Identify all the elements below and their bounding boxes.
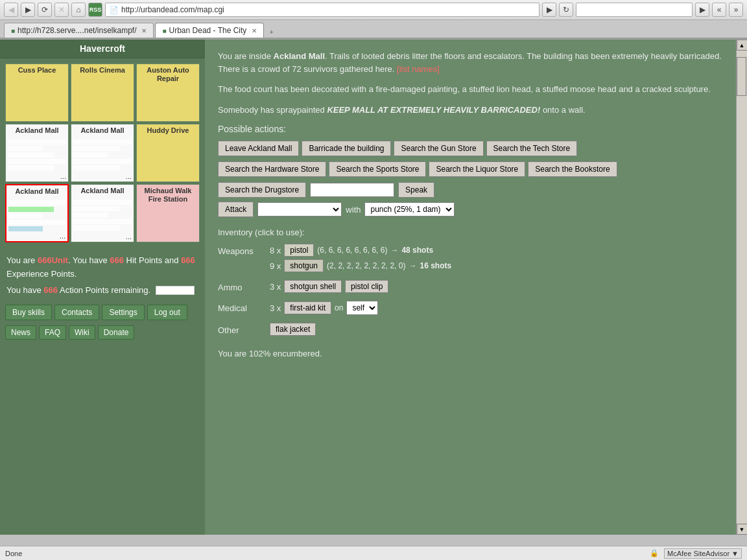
weapons-label: Weapons (218, 244, 270, 256)
search-liquor-store-button[interactable]: Search the Liquor Store (429, 161, 525, 177)
scroll-up-button[interactable]: ▲ (737, 40, 748, 51)
search-drugstore-button[interactable]: Search the Drugstore (218, 182, 306, 198)
scrollbar[interactable]: ▲ ▼ (736, 40, 747, 535)
cell-label: Rolls Cinema (71, 64, 134, 76)
medical-target-select[interactable]: self (346, 301, 378, 315)
news-link[interactable]: News (5, 325, 36, 340)
ammo-line: 3 x shotgun shell pistol clip (270, 280, 723, 293)
wiki-link[interactable]: Wiki (69, 325, 95, 340)
refresh-button[interactable]: ↻ (559, 3, 573, 17)
cell-dots: ... (126, 233, 132, 240)
map-cell-huddy-drive[interactable]: Huddy Drive (136, 124, 200, 182)
buy-skills-button[interactable]: Buy skills (5, 305, 52, 320)
speak-input[interactable] (310, 183, 394, 197)
shotgun-count: 9 x (270, 261, 281, 271)
flak-jacket-item[interactable]: flak jacket (270, 323, 316, 336)
mcafee-label: McAfee SiteAdvisor ▼ (664, 548, 742, 559)
map-grid: Cuss Place Rolls Cinema Auston Auto Repa… (0, 58, 205, 248)
scroll-down-button[interactable]: ▼ (737, 524, 748, 535)
weapons-row: Weapons 8 x pistol (6, 6, 6, 6, 6, 6, 6,… (218, 244, 723, 275)
tab-inselkampf[interactable]: ■ http://h728.serve....net/inselkampf/ ✕ (4, 23, 154, 38)
nav-extra1[interactable]: « (712, 3, 726, 17)
tab-urbandead[interactable]: ■ Urban Dead - The City ✕ (155, 23, 264, 38)
main-content: You are inside Ackland Mall. Trails of l… (205, 40, 736, 535)
search-gun-store-button[interactable]: Search the Gun Store (394, 141, 483, 156)
player-xp: 666 (181, 255, 195, 265)
tab2-label: Urban Dead - The City (169, 26, 247, 35)
attack-button[interactable]: Attack (218, 202, 254, 217)
pistol-item[interactable]: pistol (284, 244, 314, 257)
address-text: http://urbandead.com/map.cgi (121, 5, 224, 14)
tab1-close[interactable]: ✕ (141, 27, 147, 34)
cell-label: Cuss Place (6, 64, 68, 76)
search-go-button[interactable]: ▶ (695, 3, 709, 17)
tab2-favicon: ■ (162, 27, 166, 34)
attack-target-select[interactable] (257, 202, 342, 216)
ammo-row: Ammo 3 x shotgun shell pistol clip (218, 280, 723, 296)
nav-extra2[interactable]: » (729, 3, 743, 17)
shotgun-shell-item[interactable]: shotgun shell (284, 280, 342, 293)
player-name: 666Unit (38, 255, 68, 265)
search-tech-store-button[interactable]: Search the Tech Store (486, 141, 578, 156)
rss-button[interactable]: RSS (88, 3, 102, 17)
map-cell-auston-auto[interactable]: Auston Auto Repair (136, 64, 200, 122)
player-info: You are 666Unit. You have 666 Hit Points… (0, 248, 205, 301)
back-button[interactable]: ◀ (4, 3, 18, 17)
list-names-link[interactable]: [list names] (397, 64, 440, 74)
sidebar-links: News FAQ Wiki Donate (0, 324, 205, 345)
barricade-button[interactable]: Barricade the building (302, 141, 391, 156)
medical-row: Medical 3 x first-aid kit on self (218, 301, 723, 318)
tab1-favicon: ■ (11, 27, 15, 34)
map-cell-ackland-mall-1[interactable]: Ackland Mall ... (5, 124, 69, 182)
map-cell-cuss-place[interactable]: Cuss Place (5, 64, 69, 122)
pistol-shots: 48 shots (401, 246, 433, 255)
tab2-close[interactable]: ✕ (252, 27, 257, 34)
status-right: 🔒 McAfee SiteAdvisor ▼ (650, 548, 742, 559)
map-cell-ackland-mall-3[interactable]: Ackland Mall ... (5, 184, 69, 242)
map-cell-ackland-mall-2[interactable]: Ackland Mall ... (71, 124, 134, 182)
medical-line: 3 x first-aid kit on self (270, 301, 723, 315)
cell-label: Ackland Mall (71, 124, 134, 137)
map-cell-ackland-mall-4[interactable]: Ackland Mall ... (71, 184, 134, 242)
map-cell-michaud-walk[interactable]: Michaud Walk Fire Station (136, 184, 200, 242)
map-cell-rolls-cinema[interactable]: Rolls Cinema (71, 64, 134, 122)
go-button[interactable]: ▶ (542, 3, 556, 17)
address-bar[interactable]: 📄 http://urbandead.com/map.cgi (105, 3, 540, 17)
log-out-button[interactable]: Log out (147, 305, 187, 320)
cell-label: Auston Auto Repair (137, 64, 199, 85)
player-ap: 666 (43, 285, 58, 295)
reload-button[interactable]: ⟳ (38, 3, 52, 17)
attack-weapon-select[interactable]: punch (25%, 1 dam) (364, 202, 455, 216)
scroll-track[interactable] (737, 51, 747, 524)
leave-mall-button[interactable]: Leave Ackland Mall (218, 141, 299, 156)
donate-link[interactable]: Donate (98, 325, 135, 340)
search-sports-store-button[interactable]: Search the Sports Store (329, 161, 426, 177)
status-text: Done (5, 550, 22, 557)
scroll-thumb[interactable] (737, 57, 746, 96)
search-hardware-store-button[interactable]: Search the Hardware Store (218, 161, 326, 177)
faq-link[interactable]: FAQ (39, 325, 66, 340)
cell-label: Ackland Mall (6, 185, 67, 198)
medical-count: 3 x (270, 303, 281, 313)
cell-dots: ... (60, 232, 65, 240)
location-prefix: You are inside (218, 51, 274, 61)
other-label: Other (218, 323, 270, 335)
sidebar-action-buttons: Buy skills Contacts Settings Log out (0, 301, 205, 324)
speak-button[interactable]: Speak (398, 182, 434, 198)
contacts-button[interactable]: Contacts (54, 305, 99, 320)
browser-search-input[interactable] (576, 3, 693, 17)
first-aid-kit-item[interactable]: first-aid kit (284, 301, 331, 314)
home-button[interactable]: ⌂ (71, 3, 86, 17)
forward-button[interactable]: ▶ (21, 3, 35, 17)
search-bookstore-button[interactable]: Search the Bookstore (528, 161, 617, 177)
other-line: flak jacket (270, 323, 723, 336)
actions-label: Possible actions: (218, 124, 723, 134)
shotgun-item[interactable]: shotgun (284, 259, 324, 272)
encumbered-text: You are 102% encumbered. (218, 349, 723, 358)
shotgun-detail: (2, 2, 2, 2, 2, 2, 2, 2, 0) (327, 261, 405, 270)
stop-button[interactable]: ✕ (54, 3, 69, 17)
action-buttons-row1: Leave Ackland Mall Barricade the buildin… (218, 141, 723, 156)
new-tab-button[interactable]: + (265, 26, 277, 38)
pistol-clip-item[interactable]: pistol clip (345, 280, 388, 293)
settings-button[interactable]: Settings (102, 305, 144, 320)
